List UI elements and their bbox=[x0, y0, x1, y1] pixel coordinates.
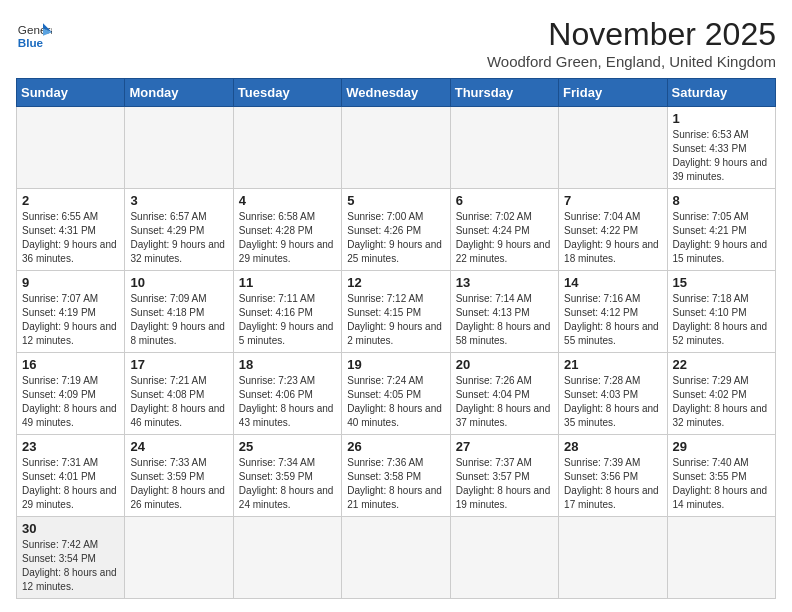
calendar-cell bbox=[125, 107, 233, 189]
day-number: 12 bbox=[347, 275, 444, 290]
calendar-cell: 4Sunrise: 6:58 AM Sunset: 4:28 PM Daylig… bbox=[233, 189, 341, 271]
calendar-cell: 18Sunrise: 7:23 AM Sunset: 4:06 PM Dayli… bbox=[233, 353, 341, 435]
day-number: 6 bbox=[456, 193, 553, 208]
calendar-cell: 12Sunrise: 7:12 AM Sunset: 4:15 PM Dayli… bbox=[342, 271, 450, 353]
day-number: 9 bbox=[22, 275, 119, 290]
day-number: 24 bbox=[130, 439, 227, 454]
calendar-cell: 27Sunrise: 7:37 AM Sunset: 3:57 PM Dayli… bbox=[450, 435, 558, 517]
day-info: Sunrise: 7:21 AM Sunset: 4:08 PM Dayligh… bbox=[130, 374, 227, 430]
day-info: Sunrise: 6:57 AM Sunset: 4:29 PM Dayligh… bbox=[130, 210, 227, 266]
weekday-header-tuesday: Tuesday bbox=[233, 79, 341, 107]
day-info: Sunrise: 7:00 AM Sunset: 4:26 PM Dayligh… bbox=[347, 210, 444, 266]
calendar-cell bbox=[233, 107, 341, 189]
day-info: Sunrise: 7:14 AM Sunset: 4:13 PM Dayligh… bbox=[456, 292, 553, 348]
calendar-cell: 30Sunrise: 7:42 AM Sunset: 3:54 PM Dayli… bbox=[17, 517, 125, 599]
day-number: 7 bbox=[564, 193, 661, 208]
calendar-cell: 5Sunrise: 7:00 AM Sunset: 4:26 PM Daylig… bbox=[342, 189, 450, 271]
header: General Blue November 2025 Woodford Gree… bbox=[16, 16, 776, 70]
day-info: Sunrise: 6:55 AM Sunset: 4:31 PM Dayligh… bbox=[22, 210, 119, 266]
calendar-cell: 10Sunrise: 7:09 AM Sunset: 4:18 PM Dayli… bbox=[125, 271, 233, 353]
day-info: Sunrise: 7:18 AM Sunset: 4:10 PM Dayligh… bbox=[673, 292, 770, 348]
weekday-header-saturday: Saturday bbox=[667, 79, 775, 107]
day-info: Sunrise: 7:16 AM Sunset: 4:12 PM Dayligh… bbox=[564, 292, 661, 348]
calendar-cell bbox=[125, 517, 233, 599]
day-number: 17 bbox=[130, 357, 227, 372]
weekday-header-thursday: Thursday bbox=[450, 79, 558, 107]
calendar-cell: 1Sunrise: 6:53 AM Sunset: 4:33 PM Daylig… bbox=[667, 107, 775, 189]
weekday-header-wednesday: Wednesday bbox=[342, 79, 450, 107]
day-number: 5 bbox=[347, 193, 444, 208]
day-number: 26 bbox=[347, 439, 444, 454]
calendar-cell: 21Sunrise: 7:28 AM Sunset: 4:03 PM Dayli… bbox=[559, 353, 667, 435]
calendar-cell: 24Sunrise: 7:33 AM Sunset: 3:59 PM Dayli… bbox=[125, 435, 233, 517]
day-info: Sunrise: 7:40 AM Sunset: 3:55 PM Dayligh… bbox=[673, 456, 770, 512]
calendar-week-row: 30Sunrise: 7:42 AM Sunset: 3:54 PM Dayli… bbox=[17, 517, 776, 599]
day-info: Sunrise: 7:23 AM Sunset: 4:06 PM Dayligh… bbox=[239, 374, 336, 430]
calendar-cell: 6Sunrise: 7:02 AM Sunset: 4:24 PM Daylig… bbox=[450, 189, 558, 271]
day-number: 3 bbox=[130, 193, 227, 208]
day-number: 22 bbox=[673, 357, 770, 372]
day-info: Sunrise: 6:58 AM Sunset: 4:28 PM Dayligh… bbox=[239, 210, 336, 266]
day-info: Sunrise: 7:42 AM Sunset: 3:54 PM Dayligh… bbox=[22, 538, 119, 594]
calendar-cell: 28Sunrise: 7:39 AM Sunset: 3:56 PM Dayli… bbox=[559, 435, 667, 517]
month-title: November 2025 bbox=[487, 16, 776, 53]
weekday-header-sunday: Sunday bbox=[17, 79, 125, 107]
calendar-cell bbox=[667, 517, 775, 599]
weekday-header-friday: Friday bbox=[559, 79, 667, 107]
weekday-header-row: SundayMondayTuesdayWednesdayThursdayFrid… bbox=[17, 79, 776, 107]
calendar-cell: 23Sunrise: 7:31 AM Sunset: 4:01 PM Dayli… bbox=[17, 435, 125, 517]
day-number: 27 bbox=[456, 439, 553, 454]
day-info: Sunrise: 7:05 AM Sunset: 4:21 PM Dayligh… bbox=[673, 210, 770, 266]
day-info: Sunrise: 7:28 AM Sunset: 4:03 PM Dayligh… bbox=[564, 374, 661, 430]
calendar-week-row: 2Sunrise: 6:55 AM Sunset: 4:31 PM Daylig… bbox=[17, 189, 776, 271]
day-info: Sunrise: 7:29 AM Sunset: 4:02 PM Dayligh… bbox=[673, 374, 770, 430]
day-number: 18 bbox=[239, 357, 336, 372]
day-number: 8 bbox=[673, 193, 770, 208]
calendar-cell: 2Sunrise: 6:55 AM Sunset: 4:31 PM Daylig… bbox=[17, 189, 125, 271]
day-info: Sunrise: 7:04 AM Sunset: 4:22 PM Dayligh… bbox=[564, 210, 661, 266]
calendar-cell: 26Sunrise: 7:36 AM Sunset: 3:58 PM Dayli… bbox=[342, 435, 450, 517]
calendar-cell: 19Sunrise: 7:24 AM Sunset: 4:05 PM Dayli… bbox=[342, 353, 450, 435]
day-info: Sunrise: 7:02 AM Sunset: 4:24 PM Dayligh… bbox=[456, 210, 553, 266]
day-info: Sunrise: 7:07 AM Sunset: 4:19 PM Dayligh… bbox=[22, 292, 119, 348]
day-number: 2 bbox=[22, 193, 119, 208]
day-info: Sunrise: 7:33 AM Sunset: 3:59 PM Dayligh… bbox=[130, 456, 227, 512]
day-info: Sunrise: 7:19 AM Sunset: 4:09 PM Dayligh… bbox=[22, 374, 119, 430]
calendar-week-row: 1Sunrise: 6:53 AM Sunset: 4:33 PM Daylig… bbox=[17, 107, 776, 189]
day-number: 21 bbox=[564, 357, 661, 372]
calendar-cell bbox=[450, 107, 558, 189]
day-info: Sunrise: 6:53 AM Sunset: 4:33 PM Dayligh… bbox=[673, 128, 770, 184]
calendar-cell: 22Sunrise: 7:29 AM Sunset: 4:02 PM Dayli… bbox=[667, 353, 775, 435]
day-number: 15 bbox=[673, 275, 770, 290]
logo: General Blue bbox=[16, 16, 52, 52]
calendar-week-row: 23Sunrise: 7:31 AM Sunset: 4:01 PM Dayli… bbox=[17, 435, 776, 517]
title-area: November 2025 Woodford Green, England, U… bbox=[487, 16, 776, 70]
day-info: Sunrise: 7:37 AM Sunset: 3:57 PM Dayligh… bbox=[456, 456, 553, 512]
calendar-cell: 16Sunrise: 7:19 AM Sunset: 4:09 PM Dayli… bbox=[17, 353, 125, 435]
calendar-cell: 25Sunrise: 7:34 AM Sunset: 3:59 PM Dayli… bbox=[233, 435, 341, 517]
day-number: 1 bbox=[673, 111, 770, 126]
day-number: 29 bbox=[673, 439, 770, 454]
calendar-cell: 17Sunrise: 7:21 AM Sunset: 4:08 PM Dayli… bbox=[125, 353, 233, 435]
day-info: Sunrise: 7:34 AM Sunset: 3:59 PM Dayligh… bbox=[239, 456, 336, 512]
calendar-cell: 9Sunrise: 7:07 AM Sunset: 4:19 PM Daylig… bbox=[17, 271, 125, 353]
day-info: Sunrise: 7:39 AM Sunset: 3:56 PM Dayligh… bbox=[564, 456, 661, 512]
day-info: Sunrise: 7:24 AM Sunset: 4:05 PM Dayligh… bbox=[347, 374, 444, 430]
calendar-cell: 3Sunrise: 6:57 AM Sunset: 4:29 PM Daylig… bbox=[125, 189, 233, 271]
calendar-week-row: 16Sunrise: 7:19 AM Sunset: 4:09 PM Dayli… bbox=[17, 353, 776, 435]
location-subtitle: Woodford Green, England, United Kingdom bbox=[487, 53, 776, 70]
calendar-cell bbox=[17, 107, 125, 189]
day-number: 28 bbox=[564, 439, 661, 454]
day-number: 23 bbox=[22, 439, 119, 454]
day-number: 4 bbox=[239, 193, 336, 208]
calendar-cell: 13Sunrise: 7:14 AM Sunset: 4:13 PM Dayli… bbox=[450, 271, 558, 353]
day-info: Sunrise: 7:31 AM Sunset: 4:01 PM Dayligh… bbox=[22, 456, 119, 512]
calendar-cell bbox=[559, 107, 667, 189]
calendar-cell: 15Sunrise: 7:18 AM Sunset: 4:10 PM Dayli… bbox=[667, 271, 775, 353]
calendar-cell: 7Sunrise: 7:04 AM Sunset: 4:22 PM Daylig… bbox=[559, 189, 667, 271]
svg-text:Blue: Blue bbox=[18, 36, 44, 49]
calendar-cell bbox=[342, 517, 450, 599]
day-number: 25 bbox=[239, 439, 336, 454]
day-number: 13 bbox=[456, 275, 553, 290]
day-number: 10 bbox=[130, 275, 227, 290]
